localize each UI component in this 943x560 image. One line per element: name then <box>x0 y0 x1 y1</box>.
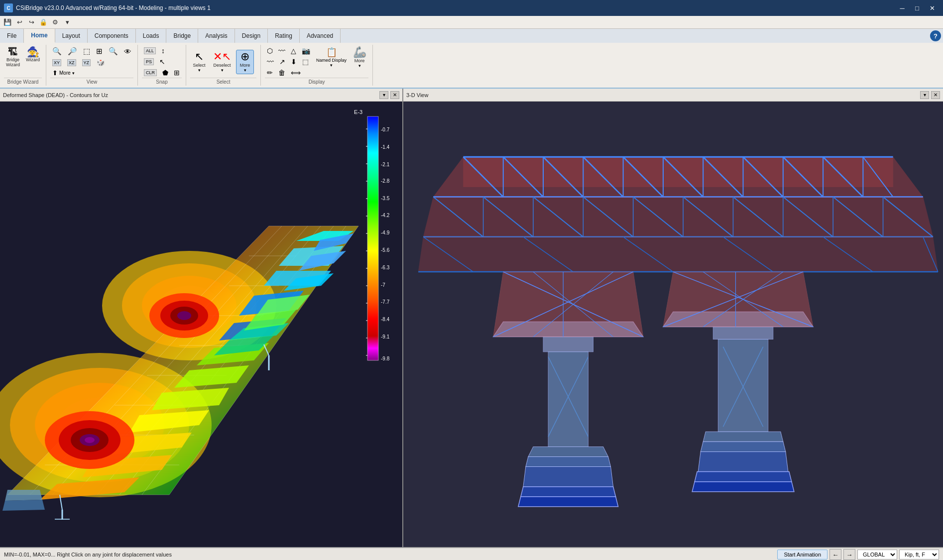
wizard-icon: 🧙 <box>27 47 39 57</box>
view-yz-button[interactable]: YZ <box>80 58 93 67</box>
display-more-dropdown-icon: ▾ <box>358 63 361 68</box>
zoom-in-button[interactable]: 🔍 <box>50 46 64 57</box>
display-btn7[interactable]: ⬇ <box>289 57 299 67</box>
view-3d-icon: 🎲 <box>97 59 105 66</box>
tab-components[interactable]: Components <box>88 29 136 43</box>
tab-bridge[interactable]: Bridge <box>166 29 198 43</box>
ribbon-group-display: ⬡ 〰 △ 📷 〰 ↗ ⬇ ⬚ ✏ 🗑 ⟺ <box>261 45 373 86</box>
display-btn11[interactable]: ⟺ <box>289 68 303 78</box>
redo-button[interactable]: ↪ <box>26 17 37 27</box>
svg-text:-3.5: -3.5 <box>381 196 390 201</box>
svg-text:-2.8: -2.8 <box>381 178 390 184</box>
display-more-button[interactable]: 🦾 More ▾ <box>351 46 368 69</box>
minimize-button[interactable]: ─ <box>895 2 909 13</box>
undo-button[interactable]: ↩ <box>14 17 25 27</box>
group-label-select: Select <box>190 78 256 85</box>
save-button[interactable]: 💾 <box>2 17 13 27</box>
status-controls: Start Animation ← → GLOBAL Kip, ft, F <box>777 549 939 560</box>
svg-marker-169 <box>493 272 643 336</box>
right-panel-float-button[interactable]: ▾ <box>920 91 929 99</box>
maximize-button[interactable]: □ <box>910 2 924 13</box>
tab-loads[interactable]: Loads <box>136 29 167 43</box>
view-xy-button[interactable]: XY <box>50 58 63 67</box>
left-panel-title: Deformed Shape (DEAD) - Contours for Uz <box>3 92 379 98</box>
svg-point-49 <box>177 311 191 320</box>
svg-marker-120 <box>423 197 933 237</box>
zoom-full-button[interactable]: ⊞ <box>94 46 105 57</box>
group-label-snap: Snap <box>142 78 182 85</box>
close-button[interactable]: ✕ <box>925 2 939 13</box>
tab-file[interactable]: File <box>0 29 24 43</box>
display-btn2[interactable]: 〰 <box>276 46 287 56</box>
view-xz-button[interactable]: XZ <box>65 58 78 67</box>
snap-all-button[interactable]: ALL <box>142 46 158 56</box>
display-btn8[interactable]: ⬚ <box>300 57 311 67</box>
tab-advanced[interactable]: Advanced <box>300 29 341 43</box>
snap-shape-button[interactable]: ⬟ <box>160 68 170 78</box>
deformed-shape-visualization: E-3 -0.7 -1.4 -2.1 -2.8 -3.5 -4.2 -4.9 -… <box>0 102 393 520</box>
prev-frame-button[interactable]: ← <box>829 549 841 560</box>
left-panel-view[interactable]: E-3 -0.7 -1.4 -2.1 -2.8 -3.5 -4.2 -4.9 -… <box>0 102 402 547</box>
snap-cursor-button[interactable]: ↖ <box>157 57 167 67</box>
tab-layout[interactable]: Layout <box>55 29 88 43</box>
zoom-minus-button[interactable]: 🔍 <box>107 46 120 57</box>
left-panel-close-button[interactable]: ✕ <box>390 91 399 99</box>
help-button[interactable]: ? <box>930 30 941 41</box>
select-button[interactable]: ↖ Select ▾ <box>190 50 208 74</box>
right-panel-close-button[interactable]: ✕ <box>931 91 940 99</box>
named-display-dropdown-icon: ▾ <box>330 63 333 68</box>
display-icon10: 🗑 <box>278 69 285 77</box>
zoom-box-button[interactable]: ⬚ <box>81 46 92 57</box>
display-btn10[interactable]: 🗑 <box>276 68 287 78</box>
display-btn6[interactable]: ↗ <box>277 57 287 67</box>
left-panel-float-button[interactable]: ▾ <box>379 91 388 99</box>
snap-clr-button[interactable]: CLR <box>142 68 159 78</box>
named-display-button[interactable]: 📋 Named Display ▾ <box>314 46 349 69</box>
next-frame-button[interactable]: → <box>843 549 855 560</box>
snap-ps-button[interactable]: PS <box>142 57 156 67</box>
snap-grid-button[interactable]: ⊞ <box>172 68 182 78</box>
eye-button[interactable]: 👁 <box>122 46 133 57</box>
qa-dropdown-button[interactable]: ▾ <box>62 17 73 27</box>
more-select-dropdown-icon: ▾ <box>244 68 246 73</box>
right-panel-view[interactable] <box>403 102 943 547</box>
bridge-wizard-button[interactable]: 🏗 BridgeWizard <box>4 46 22 68</box>
deselect-button[interactable]: ✕↖ Deselect ▾ <box>211 50 233 74</box>
tab-rating[interactable]: Rating <box>268 29 300 43</box>
units-dropdown[interactable]: Kip, ft, F <box>899 550 939 560</box>
settings-button[interactable]: ⚙ <box>50 17 61 27</box>
display-btn4[interactable]: 📷 <box>300 46 312 56</box>
lock-button[interactable]: 🔒 <box>38 17 49 27</box>
tab-analysis[interactable]: Analysis <box>198 29 235 43</box>
start-animation-button[interactable]: Start Animation <box>777 550 827 560</box>
svg-marker-158 <box>698 451 788 471</box>
group-label-bridge-wizard: Bridge Wizard <box>4 78 42 85</box>
svg-text:-7.7: -7.7 <box>381 299 390 305</box>
view-more-dropdown-icon: ▾ <box>72 71 75 76</box>
svg-text:-1.4: -1.4 <box>381 144 390 150</box>
snap-arrow1-icon: ↕ <box>161 47 165 55</box>
display-btn9[interactable]: ✏ <box>265 68 275 78</box>
svg-text:-5.6: -5.6 <box>381 247 390 253</box>
display-btn5[interactable]: 〰 <box>265 57 276 67</box>
tab-design[interactable]: Design <box>235 29 268 43</box>
display-btn3[interactable]: △ <box>289 46 298 56</box>
svg-text:-4.2: -4.2 <box>381 213 390 218</box>
view-more-button[interactable]: ⬆ More ▾ <box>50 68 77 78</box>
coordinate-system-dropdown[interactable]: GLOBAL <box>857 550 897 560</box>
more-select-button[interactable]: ⊕ More ▾ <box>236 50 254 74</box>
tab-home[interactable]: Home <box>24 29 55 43</box>
snap-shape-icon: ⬟ <box>162 69 168 77</box>
quick-access-toolbar: 💾 ↩ ↪ 🔒 ⚙ ▾ <box>0 16 943 29</box>
zoom-out-button[interactable]: 🔎 <box>66 46 79 57</box>
svg-marker-151 <box>528 447 608 456</box>
svg-text:-9.1: -9.1 <box>381 334 390 339</box>
display-btn1[interactable]: ⬡ <box>265 46 275 56</box>
view-3d-button[interactable]: 🎲 <box>95 58 107 67</box>
svg-marker-162 <box>692 482 794 492</box>
display-icon3: △ <box>291 47 296 55</box>
wizard-button[interactable]: 🧙 Wizard <box>24 46 42 63</box>
titlebar-controls: ─ □ ✕ <box>895 2 939 13</box>
snap-arrow1-button[interactable]: ↕ <box>159 46 167 56</box>
svg-text:-2.1: -2.1 <box>381 162 390 167</box>
